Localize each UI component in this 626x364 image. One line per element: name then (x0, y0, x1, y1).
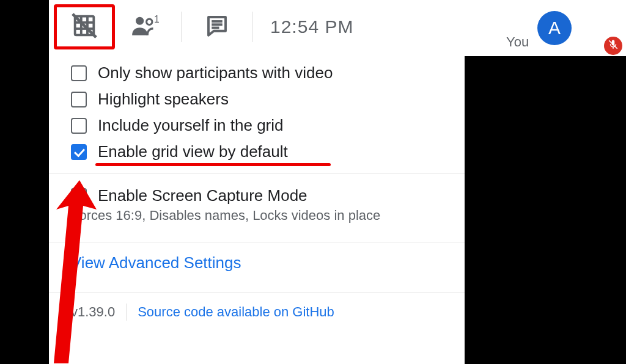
svg-point-7 (147, 19, 152, 24)
people-icon: 1 (130, 13, 161, 40)
option-label: Enable grid view by default (98, 142, 288, 161)
option-only-video: Only show participants with video (49, 60, 465, 86)
checkbox[interactable] (71, 118, 87, 134)
annotation-underline (95, 163, 331, 166)
toolbar-separator (252, 12, 253, 42)
checkbox[interactable] (71, 65, 87, 81)
checkbox[interactable] (71, 188, 87, 204)
footer-separator (126, 304, 127, 321)
chat-button[interactable] (186, 4, 248, 49)
version-label: v1.39.0 (71, 304, 115, 320)
advanced-settings-link[interactable]: View Advanced Settings (71, 253, 241, 272)
mic-off-icon (608, 39, 619, 53)
svg-text:1: 1 (154, 14, 160, 24)
you-label: You (506, 34, 529, 56)
footer-row: v1.39.0 Source code available on GitHub (49, 293, 465, 321)
option-include-yourself: Include yourself in the grid (49, 112, 465, 139)
grid-view-toggle-button[interactable] (54, 4, 115, 49)
option-label: Include yourself in the grid (98, 116, 284, 135)
grid-off-icon (70, 12, 98, 42)
option-label: Only show participants with video (98, 64, 333, 82)
option-highlight-speakers: Highlight speakers (49, 86, 465, 112)
toolbar-separator (181, 12, 182, 42)
settings-popover: 1 12:54 PM Only show participants with v… (49, 0, 465, 364)
avatar-initial: A (548, 18, 561, 38)
github-link[interactable]: Source code available on GitHub (138, 304, 334, 320)
options-list: Only show participants with video Highli… (49, 54, 465, 165)
capture-description: Forces 16:9, Disables names, Locks video… (49, 208, 465, 233)
checkbox[interactable] (71, 144, 87, 160)
option-screen-capture: Enable Screen Capture Mode (49, 174, 465, 208)
option-enable-grid-default: Enable grid view by default (49, 139, 465, 165)
clock: 12:54 PM (258, 16, 366, 37)
checkbox[interactable] (71, 92, 87, 107)
toolbar: 1 12:54 PM (49, 0, 465, 54)
option-label: Enable Screen Capture Mode (98, 186, 307, 205)
participants-button[interactable]: 1 (115, 4, 176, 49)
avatar: A (537, 11, 572, 45)
mic-muted-badge (604, 37, 622, 55)
option-label: Highlight speakers (98, 90, 229, 109)
self-tile: You A (465, 0, 626, 56)
chat-icon (204, 13, 230, 41)
svg-point-6 (136, 17, 144, 25)
advanced-row: View Advanced Settings (49, 242, 465, 283)
